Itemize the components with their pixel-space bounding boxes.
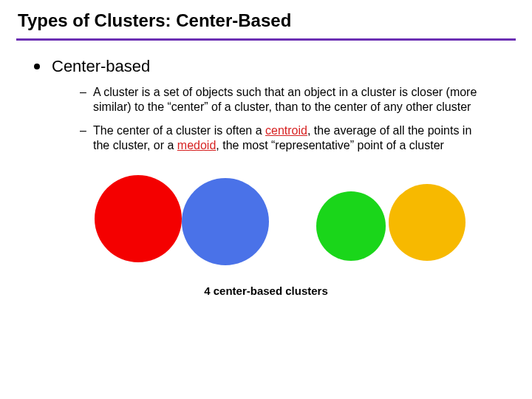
- bullet-icon: [34, 64, 40, 69]
- term-medoid: medoid: [177, 139, 216, 151]
- dash-icon: –: [80, 123, 93, 153]
- term-centroid: centroid: [265, 124, 307, 137]
- bullet-level1: Center-based: [0, 41, 532, 76]
- cluster-circle-blue: [182, 178, 269, 265]
- sub-bullet-2: – The center of a cluster is often a cen…: [80, 123, 488, 153]
- text-fragment: The center of a cluster is often a: [93, 124, 265, 137]
- text-fragment: , the most “representative” point of a c…: [216, 139, 444, 151]
- sub-bullet-list: – A cluster is a set of objects such tha…: [0, 76, 532, 153]
- figure-caption: 4 center-based clusters: [0, 284, 532, 297]
- cluster-figure: [0, 168, 532, 279]
- cluster-circle-green: [316, 191, 386, 261]
- cluster-circle-red: [95, 175, 182, 262]
- slide-title: Types of Clusters: Center-Based: [0, 0, 532, 35]
- sub-bullet-2-text: The center of a cluster is often a centr…: [93, 123, 488, 153]
- cluster-circle-yellow: [389, 184, 466, 261]
- bullet-text: Center-based: [52, 57, 150, 76]
- dash-icon: –: [80, 85, 93, 115]
- sub-bullet-1-text: A cluster is a set of objects such that …: [93, 85, 488, 115]
- sub-bullet-1: – A cluster is a set of objects such tha…: [80, 85, 488, 115]
